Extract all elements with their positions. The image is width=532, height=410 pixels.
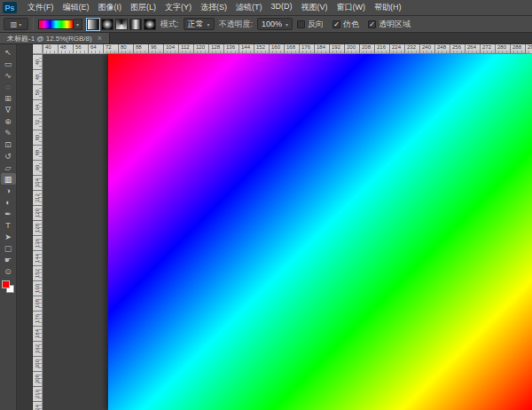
dither-checkbox[interactable]: ✓仿色 [332, 19, 359, 30]
marquee-tool[interactable]: ▭ [1, 58, 16, 69]
gradient-sample[interactable] [38, 20, 74, 29]
menu-item-2[interactable]: 图像(I) [94, 0, 127, 15]
v-ruler-tick: 144 [33, 250, 42, 265]
brush-tool[interactable]: ✎ [1, 127, 16, 138]
healing-brush-tool[interactable]: ⊕ [1, 115, 16, 127]
h-ruler-tick: 248 [434, 44, 450, 53]
opacity-dropdown[interactable]: 100% ▾ [257, 18, 293, 30]
angle-gradient-button[interactable] [115, 19, 128, 30]
mode-label: 模式: [160, 19, 179, 30]
h-ruler-tick: 88 [133, 44, 148, 53]
h-ruler-tick: 64 [88, 44, 103, 53]
h-ruler-tick: 112 [178, 44, 193, 53]
reflected-gradient-button[interactable] [129, 19, 142, 30]
gradient-type-buttons [87, 19, 156, 30]
menu-bar-items: 文件(F)编辑(E)图像(I)图层(L)文字(Y)选择(S)滤镜(T)3D(D)… [23, 0, 406, 15]
options-checkboxes: 反向✓仿色✓透明区域 [297, 19, 412, 30]
dither-checkbox-label: 仿色 [343, 19, 359, 30]
h-ruler-tick: 152 [254, 44, 269, 53]
pen-tool[interactable]: ✒ [1, 208, 16, 219]
radial-gradient-button[interactable] [101, 19, 113, 30]
menu-item-6[interactable]: 滤镜(T) [231, 0, 267, 15]
eraser-tool[interactable]: ▱ [1, 162, 16, 173]
menu-item-4[interactable]: 文字(Y) [160, 0, 196, 15]
v-ruler-tick: 80 [33, 130, 42, 145]
h-ruler-tick: 280 [495, 44, 510, 53]
eyedropper-tool[interactable]: ∇ [1, 104, 16, 115]
hand-tool[interactable]: ☛ [1, 254, 16, 265]
h-ruler-tick: 232 [404, 44, 419, 53]
menu-bar: Ps 文件(F)编辑(E)图像(I)图层(L)文字(Y)选择(S)滤镜(T)3D… [0, 0, 532, 16]
h-ruler-tick: 160 [269, 44, 284, 53]
vertical-ruler[interactable]: 4048566472808896104112120128136144152160… [33, 54, 43, 410]
h-ruler-tick: 168 [284, 44, 299, 53]
v-ruler-tick: 224 [33, 401, 42, 410]
h-ruler-tick: 176 [299, 44, 314, 53]
transparency-checkbox-box: ✓ [368, 20, 376, 28]
blur-tool[interactable]: ◑ [1, 185, 16, 196]
gradient-picker-arrow[interactable]: ▾ [74, 19, 82, 30]
tab-bar: 未标题-1 @ 12.5%(RGB/8) × [0, 33, 532, 44]
v-ruler-tick: 136 [33, 235, 42, 250]
quick-selection-tool[interactable]: ◌ [1, 81, 16, 92]
reverse-checkbox-label: 反向 [308, 19, 324, 30]
horizontal-ruler[interactable]: 4048566472808896104112120128136144152160… [43, 44, 532, 54]
menu-item-5[interactable]: 选择(S) [196, 0, 231, 15]
tool-preset-picker[interactable]: ▥ ▾ [4, 18, 28, 30]
opacity-value: 100% [262, 20, 282, 28]
chevron-down-icon: ▾ [76, 21, 79, 28]
foreground-color-swatch[interactable] [2, 280, 10, 288]
v-ruler-tick: 184 [33, 326, 42, 341]
ruler-corner [33, 44, 43, 54]
separator [33, 18, 34, 31]
menu-item-7[interactable]: 3D(D) [267, 0, 297, 15]
shape-tool[interactable]: ▢ [1, 242, 16, 254]
gradient-tool-icon: ▥ [11, 20, 18, 28]
dodge-tool[interactable]: ◐ [1, 196, 16, 208]
h-ruler-tick: 208 [359, 44, 374, 53]
document-title: 未标题-1 @ 12.5%(RGB/8) [7, 34, 92, 43]
v-ruler-tick: 200 [33, 356, 42, 371]
color-swatches[interactable] [2, 280, 14, 293]
mode-dropdown[interactable]: 正常 ▾ [184, 18, 215, 30]
h-ruler-tick: 56 [73, 44, 88, 53]
panel-dock-strip [17, 44, 33, 410]
h-ruler-tick: 240 [419, 44, 434, 53]
v-ruler-tick: 168 [33, 296, 42, 311]
v-ruler-tick: 216 [33, 386, 42, 401]
h-ruler-tick: 256 [450, 44, 465, 53]
h-ruler-tick: 96 [148, 44, 163, 53]
transparency-checkbox[interactable]: ✓透明区域 [368, 19, 411, 30]
linear-gradient-button[interactable] [87, 19, 99, 30]
diamond-gradient-button[interactable] [144, 19, 156, 30]
type-tool[interactable]: T [1, 219, 16, 231]
chevron-down-icon: ▾ [19, 21, 21, 28]
h-ruler-tick: 184 [314, 44, 329, 53]
h-ruler-tick: 40 [43, 44, 58, 53]
toolbar: ↖▭∿◌⊞∇⊕✎⊡↺▱▥◑◐✒T➤▢☛⊙ [0, 44, 17, 410]
h-ruler-tick: 296 [525, 44, 532, 53]
move-tool[interactable]: ↖ [1, 46, 16, 58]
menu-item-0[interactable]: 文件(F) [23, 0, 59, 15]
path-selection-tool[interactable]: ➤ [1, 231, 16, 242]
menu-item-3[interactable]: 图层(L) [126, 0, 160, 15]
menu-item-1[interactable]: 编辑(E) [59, 0, 94, 15]
canvas[interactable] [108, 54, 532, 410]
v-ruler-tick: 208 [33, 371, 42, 386]
menu-item-8[interactable]: 视图(V) [297, 0, 332, 15]
clone-stamp-tool[interactable]: ⊡ [1, 138, 16, 150]
zoom-tool[interactable]: ⊙ [1, 265, 16, 277]
v-ruler-tick: 104 [33, 175, 42, 190]
history-brush-tool[interactable]: ↺ [1, 150, 16, 162]
reverse-checkbox[interactable]: 反向 [297, 19, 324, 30]
menu-item-9[interactable]: 窗口(W) [332, 0, 371, 15]
crop-tool[interactable]: ⊞ [1, 92, 16, 104]
photoshop-logo: Ps [3, 2, 17, 13]
document-tab[interactable]: 未标题-1 @ 12.5%(RGB/8) × [0, 33, 110, 43]
close-icon[interactable]: × [98, 35, 102, 43]
h-ruler-tick: 200 [344, 44, 359, 53]
lasso-tool[interactable]: ∿ [1, 69, 16, 81]
gradient-tool[interactable]: ▥ [1, 173, 16, 185]
menu-item-10[interactable]: 帮助(H) [370, 0, 406, 15]
v-ruler-tick: 176 [33, 311, 42, 326]
